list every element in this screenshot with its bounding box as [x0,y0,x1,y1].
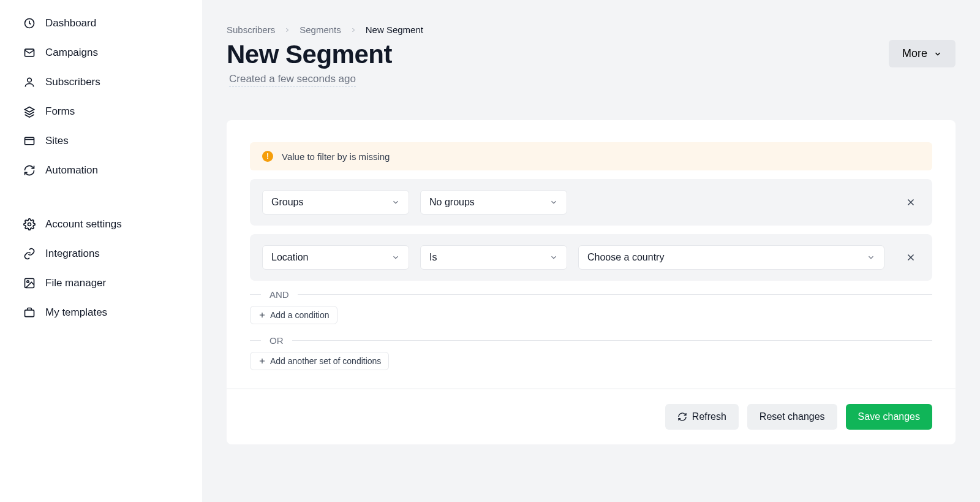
and-divider: AND [250,289,932,300]
plus-icon [258,357,266,365]
nav-label: Integrations [45,248,100,260]
nav-label: Campaigns [45,47,98,59]
svg-point-7 [27,281,29,283]
rotate-icon [23,164,36,177]
add-condition-label: Add a condition [270,310,330,320]
refresh-icon [677,412,687,422]
nav-my-templates[interactable]: My templates [12,298,190,327]
image-icon [23,277,36,289]
svg-point-5 [28,223,31,226]
nav-sites[interactable]: Sites [12,126,190,156]
select-value: No groups [429,197,475,208]
reset-label: Reset changes [760,411,825,422]
add-set-label: Add another set of conditions [270,356,381,366]
more-label: More [902,47,927,60]
nav-label: Account settings [45,218,122,230]
add-condition-button[interactable]: Add a condition [250,306,337,324]
nav-label: File manager [45,277,106,289]
reset-button[interactable]: Reset changes [747,404,837,430]
sidebar: Dashboard Campaigns Subscribers Forms Si… [0,0,202,502]
card-footer: Refresh Reset changes Save changes [227,389,956,444]
field-select[interactable]: Location [262,245,409,270]
nav-secondary: Account settings Integrations File manag… [12,210,190,327]
nav-subscribers[interactable]: Subscribers [12,67,190,97]
field-select[interactable]: Groups [262,190,409,215]
nav-forms[interactable]: Forms [12,97,190,126]
chevron-right-icon [350,26,357,34]
close-icon [905,252,916,263]
mail-icon [23,47,36,59]
operator-select[interactable]: No groups [420,190,567,215]
svg-rect-8 [25,310,34,317]
nav-label: Automation [45,164,98,177]
svg-point-2 [28,78,32,82]
save-label: Save changes [858,411,920,422]
nav-label: Forms [45,105,75,118]
nav-integrations[interactable]: Integrations [12,239,190,268]
or-divider: OR [250,335,932,346]
gear-icon [23,218,36,230]
chevron-down-icon [391,198,400,207]
nav-label: Dashboard [45,17,96,29]
condition-row: Groups No groups [250,179,932,226]
main: Subscribers Segments New Segment New Seg… [202,0,980,502]
layers-icon [23,105,36,118]
select-value: Location [271,252,309,263]
nav-file-manager[interactable]: File manager [12,268,190,298]
window-icon [23,135,36,147]
remove-condition-button[interactable] [902,193,920,211]
clock-icon [23,17,36,29]
select-value: Groups [271,197,303,208]
chevron-down-icon [933,50,942,58]
add-condition-set-button[interactable]: Add another set of conditions [250,352,389,370]
chevron-down-icon [391,253,400,262]
remove-condition-button[interactable] [902,248,920,267]
created-timestamp: Created a few seconds ago [229,73,356,87]
page-header: New Segment Created a few seconds ago Mo… [227,40,956,87]
breadcrumb: Subscribers Segments New Segment [227,25,956,35]
plus-icon [258,311,266,319]
page-title: New Segment [227,40,392,69]
save-button[interactable]: Save changes [846,404,932,430]
breadcrumb-segments[interactable]: Segments [300,25,341,35]
more-button[interactable]: More [889,40,956,67]
nav-label: My templates [45,306,107,319]
segment-card: ! Value to filter by is missing Groups N… [227,120,956,444]
nav-dashboard[interactable]: Dashboard [12,9,190,38]
user-icon [23,76,36,88]
nav-primary: Dashboard Campaigns Subscribers Forms Si… [12,9,190,185]
select-value: Choose a country [587,252,664,263]
chevron-down-icon [549,253,558,262]
warning-alert: ! Value to filter by is missing [250,142,932,170]
condition-row: Location Is Choose a country [250,234,932,281]
value-select[interactable]: Choose a country [578,245,884,270]
nav-automation[interactable]: Automation [12,156,190,185]
nav-account-settings[interactable]: Account settings [12,210,190,239]
nav-label: Sites [45,135,69,147]
nav-campaigns[interactable]: Campaigns [12,38,190,67]
refresh-label: Refresh [692,411,726,422]
select-value: Is [429,252,437,263]
chevron-down-icon [867,253,875,262]
svg-rect-3 [25,137,34,145]
chevron-right-icon [284,26,291,34]
or-label: OR [270,335,284,346]
nav-label: Subscribers [45,76,100,88]
and-label: AND [270,289,289,300]
refresh-button[interactable]: Refresh [665,404,739,430]
close-icon [905,197,916,208]
chevron-down-icon [549,198,558,207]
warning-icon: ! [262,151,273,162]
operator-select[interactable]: Is [420,245,567,270]
link-icon [23,248,36,260]
breadcrumb-current: New Segment [366,25,423,35]
breadcrumb-subscribers[interactable]: Subscribers [227,25,275,35]
alert-text: Value to filter by is missing [282,151,390,162]
briefcase-icon [23,306,36,319]
